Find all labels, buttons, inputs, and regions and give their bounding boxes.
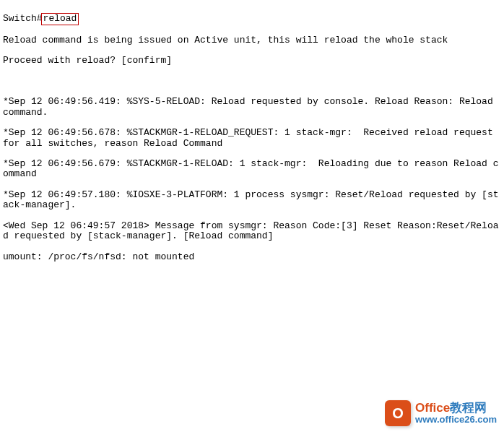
- output-line: Proceed with reload? [confirm]: [3, 56, 501, 66]
- output-line: *Sep 12 06:49:56.679: %STACKMGR-1-RELOAD…: [3, 159, 501, 180]
- output-line: *Sep 12 06:49:56.678: %STACKMGR-1-RELOAD…: [3, 128, 501, 149]
- command-highlight: reload: [41, 13, 79, 25]
- watermark-text: Office教程网 www.office26.com: [415, 402, 497, 425]
- output-line: *Sep 12 06:49:57.180: %IOSXE-3-PLATFORM:…: [3, 190, 501, 211]
- shell-prompt[interactable]: Switch#: [3, 13, 43, 24]
- office-logo-icon: O: [385, 400, 411, 426]
- watermark-url: www.office26.com: [415, 415, 497, 425]
- logo-letter: O: [392, 405, 404, 421]
- output-line: Reload command is being issued on Active…: [3, 35, 501, 46]
- output-line: umount: /proc/fs/nfsd: not mounted: [3, 252, 501, 262]
- output-line: *Sep 12 06:49:56.419: %SYS-5-RELOAD: Rel…: [3, 97, 501, 118]
- watermark: O Office教程网 www.office26.com: [385, 400, 497, 426]
- terminal-output: Switch#reload Reload command is being is…: [3, 3, 501, 432]
- output-line: <Wed Sep 12 06:49:57 2018> Message from …: [3, 221, 501, 242]
- watermark-title: Office教程网: [415, 402, 497, 415]
- command-text: reload: [43, 13, 77, 24]
